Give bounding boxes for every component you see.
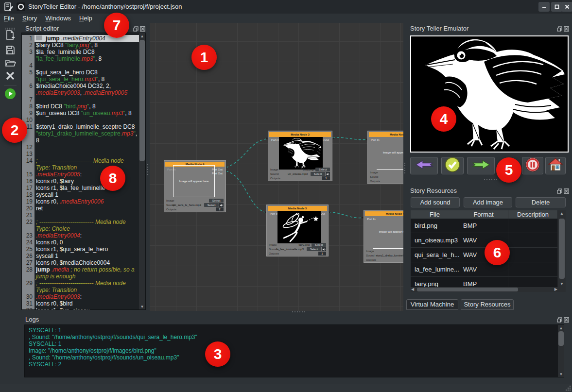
table-vscrollbar[interactable]: ▲▼ (558, 210, 566, 292)
emulator-display (410, 35, 569, 153)
code-line: 5$qui_sera_le_hero DC8 "qui_sera_le_hero… (22, 69, 139, 83)
toolbar-new-file-button[interactable] (4, 30, 16, 42)
code-line: 26syscall 1 (22, 253, 139, 259)
emulator-ok-button[interactable] (441, 157, 464, 174)
code-line: 19lcons r0, .mediaEntry0006 (22, 198, 139, 205)
outputs-spinbox[interactable]: 2 (216, 207, 224, 211)
table-row[interactable]: un_oiseau.mp3WAV (411, 233, 558, 248)
open-icon (5, 57, 16, 70)
select-button[interactable]: Select (204, 203, 219, 207)
select-button[interactable]: Select (209, 199, 224, 203)
column-header-description[interactable]: Description (508, 210, 558, 219)
annotation-6: 6 (485, 240, 510, 265)
annotation-2: 2 (2, 118, 27, 143)
app-icon-logo (16, 2, 26, 12)
annotation-3: 3 (205, 341, 230, 367)
code-line: 11$story1_drako_luminelle_sceptre DC8 "s… (22, 123, 139, 144)
code-line: 2$fairy DC8 "fairy.png", 8 (22, 42, 139, 49)
dock-float-icon[interactable] (557, 316, 562, 324)
emulator-pause-button[interactable] (522, 157, 543, 174)
select-button[interactable]: Select (312, 243, 326, 247)
code-line: 6$mediaChoice0004 DC32, 2, .mediaEntry00… (22, 83, 139, 96)
code-line: 7 (22, 96, 139, 103)
code-line: 4 (22, 62, 139, 69)
code-line: 25lcons r1, $qui_sera_le_hero (22, 246, 139, 253)
script-editor[interactable]: 1jump .mediaEntry00042$fairy DC8 "fairy.… (21, 33, 146, 310)
next-icon (471, 159, 491, 172)
toolbar-save-button[interactable] (4, 45, 16, 57)
select-button[interactable]: Select (307, 247, 321, 251)
statusbar (0, 384, 572, 392)
annotation-1: 1 (191, 45, 217, 70)
select-button[interactable]: Select (315, 168, 330, 171)
dock-float-icon[interactable] (557, 187, 562, 196)
tab-virtual-machine[interactable]: Virtual Machine (406, 299, 458, 310)
add-image-button[interactable]: Add image (464, 197, 512, 207)
dock-close-icon[interactable] (564, 25, 569, 34)
speaker-icon[interactable] (219, 203, 224, 207)
media-node[interactable]: Media Node 3Port InPort OutImagebird.png… (268, 131, 332, 181)
dock-float-icon[interactable] (557, 25, 562, 34)
node-title[interactable]: Media Node 5 (268, 206, 327, 211)
outputs-spinbox[interactable]: 1 (322, 176, 330, 180)
code-line: 13 (22, 151, 139, 157)
app-icon-document (4, 2, 14, 12)
column-header-file[interactable]: File (411, 210, 459, 219)
ok-icon (445, 157, 460, 174)
delete-button[interactable]: Delete (516, 197, 566, 207)
maximize-button[interactable] (551, 2, 562, 12)
node-image-thumbnail (279, 137, 323, 170)
media-node[interactable]: Media Node 4Port InPort OutPort OutImage… (164, 160, 226, 212)
code-line: 9$un_oiseau DC8 "un_oiseau.mp3", 8 (22, 110, 139, 117)
logs-output[interactable]: SYSCALL: 1 , Sound: "/home/anthony/ostpr… (24, 324, 564, 377)
dock-close-icon[interactable] (564, 187, 569, 196)
code-line: 8$bird DC8 "bird.png", 8 (22, 103, 139, 110)
table-hscrollbar[interactable]: ◀▶ (411, 287, 558, 292)
media-node[interactable]: Media Node 5Port InPort OutImagefairy.pn… (266, 205, 329, 256)
emulator-home-button[interactable] (545, 157, 566, 174)
toolbar-delete-button[interactable] (4, 71, 16, 83)
annotation-7: 7 (104, 13, 129, 38)
media-node[interactable]: Media Node 1Port InImage will appear her… (367, 131, 403, 184)
code-line: 20ret (22, 205, 139, 212)
image-placeholder: Image will appear here (173, 165, 215, 197)
add-sound-button[interactable]: Add sound (411, 197, 460, 207)
node-title[interactable]: Media Node 3 (269, 132, 331, 137)
tab-story-resources[interactable]: Story Resources (461, 299, 514, 310)
execution-marker (36, 35, 42, 40)
resize-grip[interactable] (565, 385, 571, 391)
table-row[interactable]: bird.pngBMP (411, 219, 558, 233)
logs-dock-title: Logs (25, 316, 39, 323)
toolbar-open-button[interactable] (4, 58, 16, 69)
node-graph-canvas[interactable]: Media Node 4Port InPort OutPort OutImage… (150, 23, 403, 311)
menu-help[interactable]: Help (75, 14, 97, 22)
annotation-8: 8 (100, 166, 125, 191)
toolbar (0, 23, 20, 384)
minimize-button[interactable] (538, 2, 550, 12)
speaker-icon[interactable] (326, 172, 330, 176)
column-header-format[interactable]: Format (459, 210, 508, 219)
dock-close-icon[interactable] (564, 316, 569, 324)
table-row[interactable]: la_fee_lumine...WAV (411, 262, 558, 277)
emulator-next-button[interactable] (467, 157, 495, 174)
close-button[interactable] (561, 2, 572, 12)
media-node[interactable]: Media Node 6Port InImage will appear her… (364, 210, 403, 263)
menu-story[interactable]: Story (18, 14, 41, 22)
toolbar-run-button[interactable] (4, 89, 16, 101)
code-line: 21 (22, 212, 139, 219)
outputs-spinbox[interactable]: 1 (318, 252, 326, 256)
select-button[interactable]: Select (311, 172, 325, 176)
emulator-prev-button[interactable] (410, 157, 438, 174)
delete-icon (5, 71, 15, 83)
code-line: 32lcons r1, $un_oiseau (22, 307, 139, 310)
script-editor-scrollbar[interactable]: ▲ ▼ (139, 33, 145, 309)
toolbar-handle[interactable] (5, 24, 16, 28)
logs-scrollbar[interactable]: ▲ ▼ (558, 325, 564, 377)
menu-file[interactable]: File (0, 14, 18, 22)
new-file-icon (5, 30, 16, 42)
menu-windows[interactable]: Windows (41, 14, 75, 22)
node-image-thumbnail (277, 211, 321, 243)
code-line: 23.mediaEntry0004: (22, 232, 139, 239)
emulator-dock-title: Story Teller Emulator (410, 25, 468, 32)
speaker-icon[interactable] (322, 247, 326, 251)
